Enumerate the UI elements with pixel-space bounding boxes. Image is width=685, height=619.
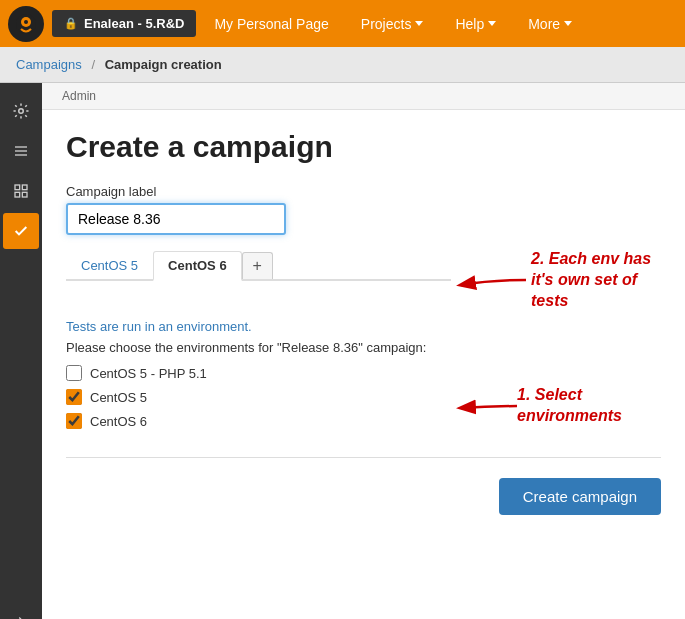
environments-section: Tests are run in an environment. Please … [66, 319, 661, 437]
campaign-label-text: Campaign label [66, 184, 661, 199]
svg-point-2 [24, 20, 28, 24]
campaign-label-group: Campaign label [66, 184, 661, 235]
env-info-text: Tests are run in an environment. [66, 319, 661, 334]
env-checkbox-2: CentOS 5 [66, 389, 451, 405]
arrow2-svg [451, 255, 531, 305]
campaign-label-input[interactable] [66, 203, 286, 235]
page-title: Create a campaign [66, 130, 661, 164]
sidebar-item-data[interactable] [3, 173, 39, 209]
tabs-annotation-section: CentOS 5 CentOS 6 + [66, 251, 661, 311]
divider [66, 457, 661, 458]
breadcrumb: Campaigns / Campaign creation [0, 47, 685, 83]
main-content: Admin Create a campaign Campaign label C… [42, 83, 685, 619]
projects-caret [415, 21, 423, 26]
admin-bar: Admin [42, 83, 685, 110]
breadcrumb-campaigns[interactable]: Campaigns [16, 57, 82, 72]
annotation1-area: 1. Select environments [451, 385, 661, 427]
main-layout: Admin Create a campaign Campaign label C… [0, 83, 685, 619]
annotation2-area: 2. Each env has it's own set of tests [451, 251, 661, 311]
annotation1-text: 1. Select environments [517, 385, 661, 427]
env-checkbox-2-label[interactable]: CentOS 5 [90, 390, 147, 405]
navbar: 🔒 Enalean - 5.R&D My Personal Page Proje… [0, 0, 685, 47]
breadcrumb-current: Campaign creation [105, 57, 222, 72]
env-checkbox-3-label[interactable]: CentOS 6 [90, 414, 147, 429]
tabs-left: CentOS 5 CentOS 6 + [66, 251, 451, 311]
admin-label: Admin [62, 89, 96, 103]
help-menu[interactable]: Help [441, 8, 510, 40]
sidebar-item-check[interactable] [3, 213, 39, 249]
projects-menu[interactable]: Projects [347, 8, 438, 40]
env-checkbox-1-input[interactable] [66, 365, 82, 381]
tabs-container: CentOS 5 CentOS 6 + [66, 251, 451, 281]
svg-rect-10 [22, 192, 27, 197]
tab-centos5[interactable]: CentOS 5 [66, 251, 153, 279]
env-checkbox-1-label[interactable]: CentOS 5 - PHP 5.1 [90, 366, 207, 381]
env-checkbox-3-input[interactable] [66, 413, 82, 429]
sidebar-item-config[interactable] [3, 93, 39, 129]
env-checkbox-1: CentOS 5 - PHP 5.1 [66, 365, 451, 381]
svg-point-3 [19, 109, 24, 114]
env-choose-label: Please choose the environments for "Rele… [66, 340, 661, 355]
help-caret [488, 21, 496, 26]
button-area: Create campaign [66, 478, 661, 515]
sidebar [0, 83, 42, 619]
sidebar-toggle[interactable] [3, 607, 39, 619]
svg-rect-9 [15, 192, 20, 197]
create-campaign-button[interactable]: Create campaign [499, 478, 661, 515]
sidebar-item-list[interactable] [3, 133, 39, 169]
svg-rect-8 [22, 185, 27, 190]
env-checkbox-2-input[interactable] [66, 389, 82, 405]
svg-rect-7 [15, 185, 20, 190]
breadcrumb-separator: / [91, 57, 95, 72]
tab-centos6[interactable]: CentOS 6 [153, 251, 242, 281]
lock-icon: 🔒 [64, 17, 78, 30]
content-area: Create a campaign Campaign label CentOS … [42, 110, 685, 535]
env-checkbox-3: CentOS 6 [66, 413, 451, 429]
personal-page-link[interactable]: My Personal Page [200, 8, 342, 40]
arrow1-svg [451, 386, 517, 426]
annotation2-text: 2. Each env has it's own set of tests [531, 250, 651, 309]
more-caret [564, 21, 572, 26]
tab-add-button[interactable]: + [242, 252, 273, 279]
app-logo[interactable] [8, 6, 44, 42]
brand-label[interactable]: 🔒 Enalean - 5.R&D [52, 10, 196, 37]
more-menu[interactable]: More [514, 8, 586, 40]
